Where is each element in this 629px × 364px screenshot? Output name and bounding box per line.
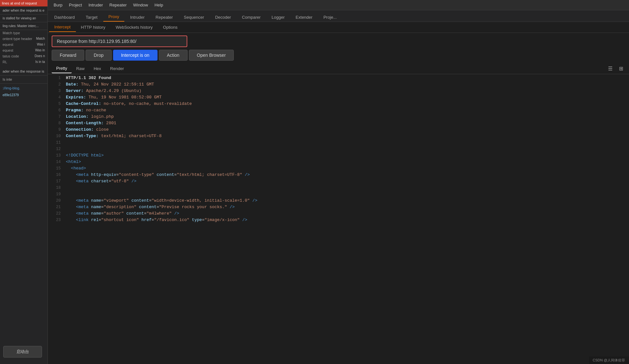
row4-label: tatus code [3, 54, 19, 58]
row5-label: RL [3, 60, 7, 64]
code-line-18: 18 [48, 185, 629, 192]
match-type-label: Match type [3, 31, 20, 35]
menu-intruder[interactable]: Intruder [85, 1, 106, 9]
open-browser-button[interactable]: Open Browser [189, 50, 234, 61]
code-line-23: 23 <link rel="shortcut icon" href="/favi… [48, 217, 629, 224]
menu-help[interactable]: Help [151, 1, 166, 9]
tab-project-extra[interactable]: Proje... [318, 13, 342, 22]
sidebar-top-text: lines at end of request [0, 0, 47, 6]
intercept-toggle-button[interactable]: Intercept is on [113, 50, 158, 61]
sidebar-row3: equest Was in [0, 47, 47, 53]
code-line-21: 21 <meta name="description" content="Pre… [48, 205, 629, 211]
launch-button[interactable]: 启动台 [3, 346, 42, 358]
sidebar-header-text: ader when the request is e [0, 6, 47, 15]
url-bar-container: Response from http://10.129.95.185:80/ [48, 33, 629, 50]
code-line-17: 17 <meta charset="utf-8" /> [48, 179, 629, 185]
code-line-13: 13 <!DOCTYPE html> [48, 153, 629, 159]
drop-button[interactable]: Drop [86, 50, 111, 61]
code-line-19: 19 [48, 192, 629, 198]
view-tab-pretty[interactable]: Pretty [52, 64, 72, 73]
sidebar-row5: RL Is in ta [0, 59, 47, 65]
tab-target[interactable]: Target [81, 13, 103, 22]
menu-project[interactable]: Project [66, 1, 85, 9]
row1-label: ontent type header [3, 37, 32, 41]
tab-extender[interactable]: Extender [291, 13, 318, 22]
expand-icon[interactable]: ⊞ [617, 65, 625, 72]
tab-dashboard[interactable]: Dashboard [49, 13, 80, 22]
row1-value: Match [36, 37, 45, 41]
view-tab-bar: Pretty Raw Hex Render ☰ ⊞ [48, 63, 629, 74]
code-line-3: 3 Server: Apache/2.4.29 (Ubuntu) [48, 88, 629, 95]
bottom-bar-text: CSDN @人间体佐菲 [593, 358, 625, 362]
sidebar-match-type-row: Match type [0, 30, 47, 36]
view-tab-render[interactable]: Render [106, 64, 129, 73]
action-bar: Forward Drop Intercept is on Action Open… [48, 50, 629, 63]
action-button[interactable]: Action [159, 50, 188, 61]
sidebar-header2: ader when the response is [0, 67, 47, 76]
row3-label: equest [3, 48, 13, 52]
view-tab-hex[interactable]: Hex [89, 64, 106, 73]
tab-logger[interactable]: Logger [266, 13, 290, 22]
menu-repeater[interactable]: Repeater [106, 1, 130, 9]
forward-button[interactable]: Forward [52, 50, 84, 61]
bottom-bar: CSDN @人间体佐菲 [589, 357, 629, 364]
sidebar-img-url: ://img-blog. [0, 84, 47, 93]
code-line-8: 8 Content-Length: 2801 [48, 121, 629, 127]
code-line-12: 12 [48, 147, 629, 153]
code-line-11: 11 [48, 140, 629, 147]
sub-tab-websockets[interactable]: WebSockets history [110, 23, 158, 32]
menu-burp[interactable]: Burp [50, 1, 66, 9]
code-line-14: 14 <html> [48, 159, 629, 166]
left-sidebar: lines at end of request ader when the re… [0, 0, 48, 364]
code-line-10: 10 Content-Type: text/html; charset=UTF-… [48, 134, 629, 140]
code-line-20: 20 <meta name="viewport" content="width=… [48, 198, 629, 205]
sub-tab-options[interactable]: Options [158, 23, 183, 32]
code-line-16: 16 <meta http-equiv="content-type" conte… [48, 172, 629, 179]
tab-comparer[interactable]: Comparer [237, 13, 266, 22]
row2-value: Was i [37, 43, 45, 46]
code-line-4: 4 Expires: Thu, 19 Nov 1981 08:52:00 GMT [48, 95, 629, 101]
sub-tab-http-history[interactable]: HTTP history [76, 23, 111, 32]
code-line-9: 9 Connection: close [48, 127, 629, 134]
code-line-6: 6 Pragma: no-cache [48, 108, 629, 114]
sidebar-is-inte: Is inte [0, 76, 47, 84]
url-field[interactable]: Response from http://10.129.95.185:80/ [52, 35, 187, 47]
main-content: Burp Project Intruder Repeater Window He… [48, 0, 629, 364]
view-tab-raw[interactable]: Raw [72, 64, 89, 73]
sidebar-stalled: is stalled for viewing an [0, 15, 47, 22]
menu-bar: Burp Project Intruder Repeater Window He… [48, 0, 629, 10]
tab-decoder[interactable]: Decoder [210, 13, 236, 22]
code-line-1: 1 HTTP/1.1 302 Found [48, 76, 629, 82]
menu-window[interactable]: Window [130, 1, 151, 9]
sub-tab-intercept[interactable]: Intercept [49, 23, 76, 32]
code-line-22: 22 <meta name="author" content="m4lwhere… [48, 211, 629, 217]
row5-value: Is in ta [36, 60, 45, 64]
view-tab-right-icons: ☰ ⊞ [606, 65, 625, 72]
sub-tab-bar: Intercept HTTP history WebSockets histor… [48, 22, 629, 33]
tab-proxy[interactable]: Proxy [103, 12, 124, 22]
list-icon[interactable]: ☰ [606, 65, 614, 72]
sidebar-row2: equest Was i [0, 42, 47, 47]
sidebar-row1: ontent type header Match [0, 36, 47, 42]
code-editor[interactable]: 1 HTTP/1.1 302 Found 2 Date: Thu, 24 Nov… [48, 74, 629, 364]
row2-label: equest [3, 43, 13, 46]
row4-value: Does n [35, 54, 45, 58]
row3-value: Was in [35, 48, 45, 52]
code-line-5: 5 Cache-Control: no-store, no-cache, mus… [48, 101, 629, 108]
sidebar-rules: ling rules: Master interc... [0, 22, 47, 30]
sidebar-row4: tatus code Does n [0, 53, 47, 59]
code-line-15: 15 <head> [48, 166, 629, 172]
tab-intruder[interactable]: Intruder [125, 13, 150, 22]
tab-bar: Dashboard Target Proxy Intruder Repeater… [48, 10, 629, 22]
sidebar-uuid: e89e12379 [0, 93, 47, 97]
tab-sequencer[interactable]: Sequencer [179, 13, 209, 22]
tab-repeater[interactable]: Repeater [150, 13, 178, 22]
code-line-7: 7 Location: login.php [48, 114, 629, 121]
code-line-2: 2 Date: Thu, 24 Nov 2022 12:59:11 GMT [48, 82, 629, 88]
